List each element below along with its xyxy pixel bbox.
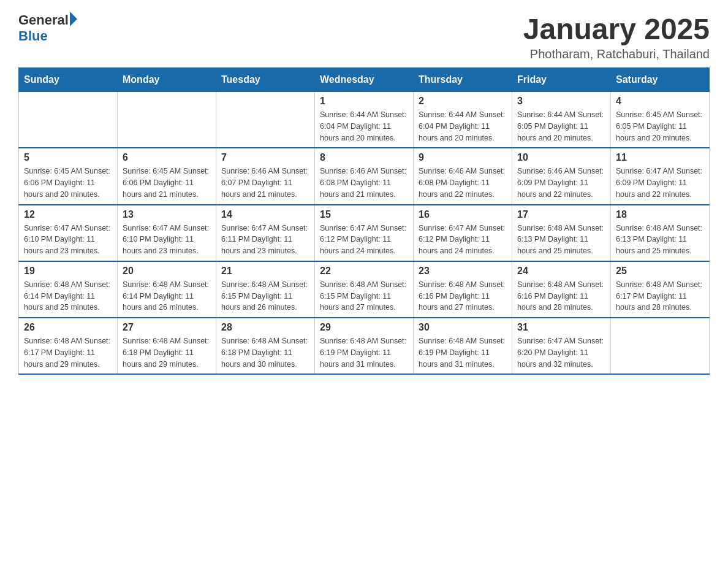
- day-number: 6: [123, 152, 211, 163]
- day-number: 9: [419, 152, 507, 163]
- calendar-cell: 8Sunrise: 6:46 AM Sunset: 6:08 PM Daylig…: [315, 148, 414, 204]
- day-info: Sunrise: 6:45 AM Sunset: 6:06 PM Dayligh…: [123, 166, 211, 200]
- day-number: 13: [123, 209, 211, 220]
- day-number: 17: [517, 209, 605, 220]
- calendar-cell: 16Sunrise: 6:47 AM Sunset: 6:12 PM Dayli…: [414, 205, 512, 261]
- title-block: January 2025 Photharam, Ratchaburi, Thai…: [523, 12, 710, 61]
- day-number: 12: [24, 209, 112, 220]
- day-info: Sunrise: 6:48 AM Sunset: 6:13 PM Dayligh…: [517, 223, 605, 257]
- day-info: Sunrise: 6:47 AM Sunset: 6:10 PM Dayligh…: [24, 223, 112, 257]
- logo-blue: Blue: [18, 28, 77, 44]
- day-info: Sunrise: 6:48 AM Sunset: 6:16 PM Dayligh…: [517, 279, 605, 313]
- calendar-cell: 23Sunrise: 6:48 AM Sunset: 6:16 PM Dayli…: [414, 261, 512, 318]
- day-info: Sunrise: 6:48 AM Sunset: 6:15 PM Dayligh…: [320, 279, 408, 313]
- calendar-day-header-friday: Friday: [512, 68, 611, 92]
- calendar-cell: 22Sunrise: 6:48 AM Sunset: 6:15 PM Dayli…: [315, 261, 414, 318]
- day-number: 1: [320, 96, 408, 107]
- calendar-cell: 20Sunrise: 6:48 AM Sunset: 6:14 PM Dayli…: [118, 261, 216, 318]
- day-info: Sunrise: 6:46 AM Sunset: 6:08 PM Dayligh…: [419, 166, 507, 200]
- logo-general: General: [18, 12, 69, 28]
- day-number: 10: [517, 152, 605, 163]
- calendar-cell: 17Sunrise: 6:48 AM Sunset: 6:13 PM Dayli…: [512, 205, 611, 261]
- calendar-week-row: 19Sunrise: 6:48 AM Sunset: 6:14 PM Dayli…: [19, 261, 710, 318]
- calendar-cell: 5Sunrise: 6:45 AM Sunset: 6:06 PM Daylig…: [19, 148, 118, 204]
- calendar-cell: 10Sunrise: 6:46 AM Sunset: 6:09 PM Dayli…: [512, 148, 611, 204]
- calendar-cell: 29Sunrise: 6:48 AM Sunset: 6:19 PM Dayli…: [315, 318, 414, 374]
- day-number: 20: [123, 266, 211, 277]
- calendar-cell: 25Sunrise: 6:48 AM Sunset: 6:17 PM Dayli…: [611, 261, 710, 318]
- calendar-day-header-thursday: Thursday: [414, 68, 512, 92]
- day-info: Sunrise: 6:48 AM Sunset: 6:18 PM Dayligh…: [221, 335, 309, 370]
- calendar-day-header-sunday: Sunday: [19, 68, 118, 92]
- day-info: Sunrise: 6:45 AM Sunset: 6:05 PM Dayligh…: [616, 109, 704, 144]
- day-info: Sunrise: 6:46 AM Sunset: 6:08 PM Dayligh…: [320, 166, 408, 200]
- day-number: 19: [24, 266, 112, 277]
- calendar-cell: 1Sunrise: 6:44 AM Sunset: 6:04 PM Daylig…: [315, 92, 414, 148]
- calendar-cell: [19, 92, 118, 148]
- page-header: General Blue January 2025 Photharam, Rat…: [18, 12, 710, 61]
- calendar-cell: 30Sunrise: 6:48 AM Sunset: 6:19 PM Dayli…: [414, 318, 512, 374]
- day-number: 24: [517, 266, 605, 277]
- logo: General Blue: [18, 12, 77, 44]
- day-info: Sunrise: 6:47 AM Sunset: 6:20 PM Dayligh…: [517, 335, 605, 370]
- calendar-cell: 27Sunrise: 6:48 AM Sunset: 6:18 PM Dayli…: [118, 318, 216, 374]
- calendar-cell: 15Sunrise: 6:47 AM Sunset: 6:12 PM Dayli…: [315, 205, 414, 261]
- day-number: 25: [616, 266, 704, 277]
- calendar-cell: 6Sunrise: 6:45 AM Sunset: 6:06 PM Daylig…: [118, 148, 216, 204]
- day-info: Sunrise: 6:48 AM Sunset: 6:13 PM Dayligh…: [616, 223, 704, 257]
- calendar-day-header-tuesday: Tuesday: [216, 68, 315, 92]
- calendar-cell: 4Sunrise: 6:45 AM Sunset: 6:05 PM Daylig…: [611, 92, 710, 148]
- day-info: Sunrise: 6:48 AM Sunset: 6:19 PM Dayligh…: [419, 335, 507, 370]
- calendar-day-header-monday: Monday: [118, 68, 216, 92]
- day-info: Sunrise: 6:47 AM Sunset: 6:12 PM Dayligh…: [320, 223, 408, 257]
- day-info: Sunrise: 6:48 AM Sunset: 6:19 PM Dayligh…: [320, 335, 408, 370]
- day-info: Sunrise: 6:48 AM Sunset: 6:15 PM Dayligh…: [221, 279, 309, 313]
- day-info: Sunrise: 6:44 AM Sunset: 6:04 PM Dayligh…: [419, 109, 507, 144]
- day-info: Sunrise: 6:47 AM Sunset: 6:10 PM Dayligh…: [123, 223, 211, 257]
- calendar-cell: 19Sunrise: 6:48 AM Sunset: 6:14 PM Dayli…: [19, 261, 118, 318]
- logo-triangle-icon: [70, 12, 77, 26]
- calendar-cell: 12Sunrise: 6:47 AM Sunset: 6:10 PM Dayli…: [19, 205, 118, 261]
- day-number: 31: [517, 322, 605, 333]
- day-number: 11: [616, 152, 704, 163]
- day-number: 7: [221, 152, 309, 163]
- calendar-cell: 9Sunrise: 6:46 AM Sunset: 6:08 PM Daylig…: [414, 148, 512, 204]
- calendar-cell: [118, 92, 216, 148]
- day-info: Sunrise: 6:44 AM Sunset: 6:04 PM Dayligh…: [320, 109, 408, 144]
- day-number: 27: [123, 322, 211, 333]
- calendar-table: SundayMondayTuesdayWednesdayThursdayFrid…: [18, 67, 710, 375]
- calendar-cell: 18Sunrise: 6:48 AM Sunset: 6:13 PM Dayli…: [611, 205, 710, 261]
- calendar-cell: 26Sunrise: 6:48 AM Sunset: 6:17 PM Dayli…: [19, 318, 118, 374]
- day-info: Sunrise: 6:48 AM Sunset: 6:16 PM Dayligh…: [419, 279, 507, 313]
- day-info: Sunrise: 6:46 AM Sunset: 6:09 PM Dayligh…: [517, 166, 605, 200]
- calendar-week-row: 26Sunrise: 6:48 AM Sunset: 6:17 PM Dayli…: [19, 318, 710, 374]
- calendar-cell: 11Sunrise: 6:47 AM Sunset: 6:09 PM Dayli…: [611, 148, 710, 204]
- day-number: 18: [616, 209, 704, 220]
- calendar-cell: [216, 92, 315, 148]
- calendar-cell: 31Sunrise: 6:47 AM Sunset: 6:20 PM Dayli…: [512, 318, 611, 374]
- calendar-week-row: 5Sunrise: 6:45 AM Sunset: 6:06 PM Daylig…: [19, 148, 710, 204]
- day-number: 26: [24, 322, 112, 333]
- calendar-cell: 24Sunrise: 6:48 AM Sunset: 6:16 PM Dayli…: [512, 261, 611, 318]
- day-number: 8: [320, 152, 408, 163]
- day-number: 30: [419, 322, 507, 333]
- calendar-cell: 3Sunrise: 6:44 AM Sunset: 6:05 PM Daylig…: [512, 92, 611, 148]
- day-number: 16: [419, 209, 507, 220]
- calendar-cell: 21Sunrise: 6:48 AM Sunset: 6:15 PM Dayli…: [216, 261, 315, 318]
- calendar-cell: 13Sunrise: 6:47 AM Sunset: 6:10 PM Dayli…: [118, 205, 216, 261]
- day-number: 5: [24, 152, 112, 163]
- calendar-cell: 28Sunrise: 6:48 AM Sunset: 6:18 PM Dayli…: [216, 318, 315, 374]
- day-number: 15: [320, 209, 408, 220]
- day-info: Sunrise: 6:47 AM Sunset: 6:11 PM Dayligh…: [221, 223, 309, 257]
- day-info: Sunrise: 6:47 AM Sunset: 6:09 PM Dayligh…: [616, 166, 704, 200]
- day-number: 29: [320, 322, 408, 333]
- calendar-cell: 2Sunrise: 6:44 AM Sunset: 6:04 PM Daylig…: [414, 92, 512, 148]
- calendar-cell: 14Sunrise: 6:47 AM Sunset: 6:11 PM Dayli…: [216, 205, 315, 261]
- day-info: Sunrise: 6:44 AM Sunset: 6:05 PM Dayligh…: [517, 109, 605, 144]
- calendar-header-row: SundayMondayTuesdayWednesdayThursdayFrid…: [19, 68, 710, 92]
- calendar-week-row: 12Sunrise: 6:47 AM Sunset: 6:10 PM Dayli…: [19, 205, 710, 261]
- location: Photharam, Ratchaburi, Thailand: [523, 47, 710, 61]
- day-number: 4: [616, 96, 704, 107]
- calendar-day-header-wednesday: Wednesday: [315, 68, 414, 92]
- calendar-cell: 7Sunrise: 6:46 AM Sunset: 6:07 PM Daylig…: [216, 148, 315, 204]
